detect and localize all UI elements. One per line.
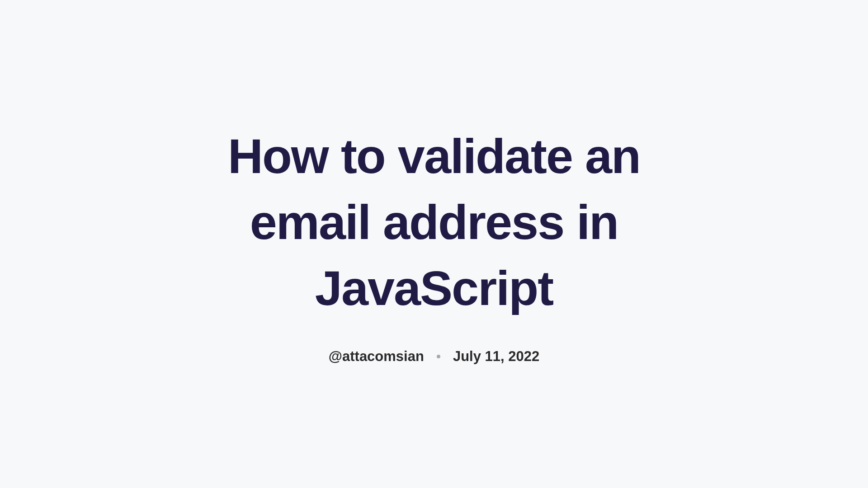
- article-title: How to validate an email address in Java…: [185, 123, 683, 321]
- article-header: How to validate an email address in Java…: [185, 123, 683, 364]
- separator-dot: [437, 355, 440, 358]
- article-meta: @attacomsian July 11, 2022: [185, 348, 683, 365]
- author-handle: @attacomsian: [329, 348, 424, 365]
- publish-date: July 11, 2022: [453, 348, 539, 365]
